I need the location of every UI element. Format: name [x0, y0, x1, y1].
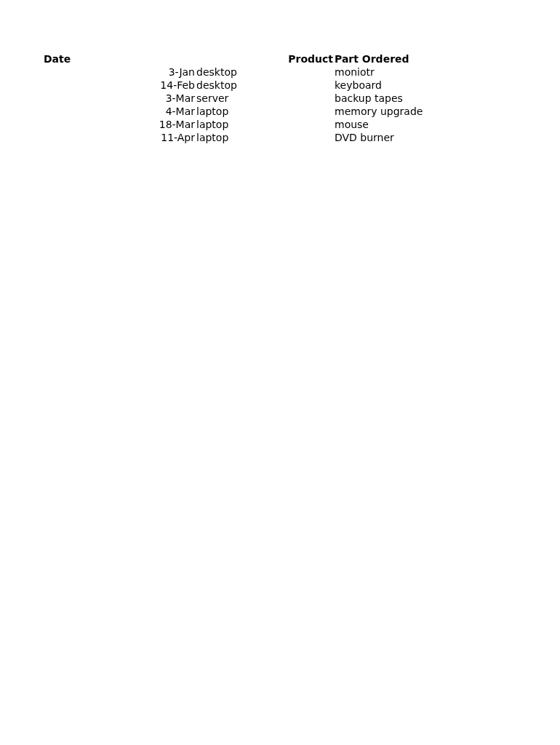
header-product: Product: [196, 52, 335, 65]
table-header-row: Date Product Part Ordered: [44, 52, 560, 65]
cell-date: 3-Mar: [44, 92, 196, 105]
cell-date: 4-Mar: [44, 105, 196, 118]
cell-product: laptop: [196, 105, 335, 118]
cell-part: moniotr: [335, 65, 516, 79]
table-row: 3-Mar server backup tapes: [44, 92, 560, 105]
cell-date: 18-Mar: [44, 118, 196, 131]
header-date: Date: [44, 52, 196, 65]
table-row: 18-Mar laptop mouse: [44, 118, 560, 131]
table-row: 14-Feb desktop keyboard: [44, 79, 560, 92]
cell-part: memory upgrade: [335, 105, 516, 118]
table-row: 4-Mar laptop memory upgrade: [44, 105, 560, 118]
cell-date: 3-Jan: [44, 65, 196, 79]
cell-part: DVD burner: [335, 131, 516, 144]
cell-product: laptop: [196, 131, 335, 144]
cell-part: mouse: [335, 118, 516, 131]
header-part: Part Ordered: [335, 52, 516, 65]
cell-part: backup tapes: [335, 92, 516, 105]
cell-product: desktop: [196, 65, 335, 79]
cell-product: desktop: [196, 79, 335, 92]
cell-date: 14-Feb: [44, 79, 196, 92]
cell-product: laptop: [196, 118, 335, 131]
cell-part: keyboard: [335, 79, 516, 92]
table-row: 11-Apr laptop DVD burner: [44, 131, 560, 144]
cell-product: server: [196, 92, 335, 105]
table-row: 3-Jan desktop moniotr: [44, 65, 560, 79]
cell-date: 11-Apr: [44, 131, 196, 144]
order-table: Date Product Part Ordered 3-Jan desktop …: [44, 52, 560, 144]
